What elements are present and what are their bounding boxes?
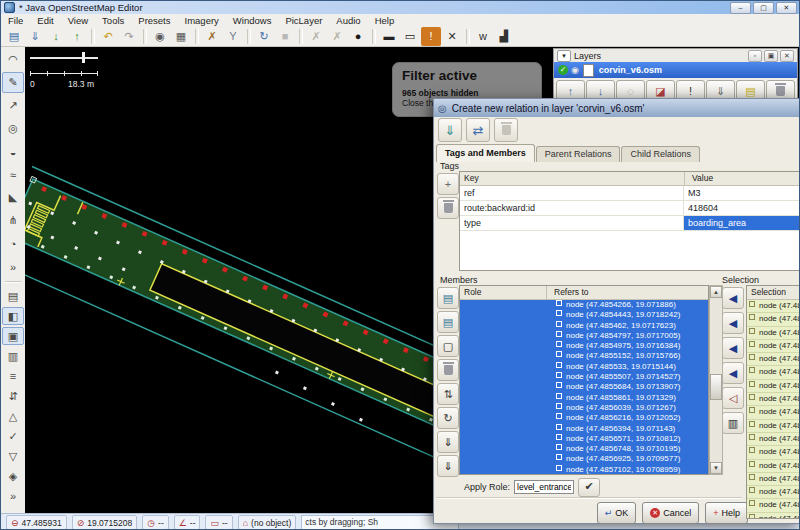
menu-piclayer[interactable]: PicLayer [278,14,329,27]
layers-toggle-button[interactable]: ▤ [2,287,24,305]
zoom-tool-button[interactable]: ◎ [2,118,24,139]
cancel-button[interactable]: ✕Cancel [642,502,699,524]
refresh-button[interactable]: ↻ [254,27,274,46]
delete-relation-button[interactable] [494,118,518,142]
vehicle-car-button[interactable]: ▬ [379,27,399,46]
rotate-scale-tool-button[interactable]: ◔ [2,233,24,254]
tab-tags-and-members[interactable]: Tags and Members [436,144,535,162]
replace-members-with-selection-button[interactable]: ◀ [722,287,744,309]
draw-tool-button[interactable]: ✎ [2,72,24,93]
members-scrollbar[interactable]: ▲ ▼ [709,285,723,475]
selection-row[interactable]: node (47.48 [747,366,800,379]
open-button[interactable]: ▤ [4,27,24,46]
member-row[interactable]: node (47.4854975, 19.0716384) [460,341,708,351]
close-tool-button[interactable]: ✕ [442,27,462,46]
menu-presets[interactable]: Presets [131,14,177,27]
members-refersto-header[interactable]: Refers to [550,286,589,299]
undo-button[interactable]: ↶ [98,27,118,46]
zoom-to-selection-button[interactable]: ◉ [150,27,170,46]
member-row[interactable]: node (47.4856039, 19.071267) [460,403,708,413]
layer-active-check-icon[interactable]: ✓ [558,65,568,75]
member-row[interactable]: node (47.4856748, 19.0710195) [460,444,708,454]
menu-view[interactable]: View [61,14,95,27]
add-selection-at-start-button[interactable]: ◀ [722,312,744,334]
selection-row[interactable]: node (47.48 [747,433,800,446]
tag-value[interactable]: M3 [684,186,799,200]
map-style-tool-button[interactable]: ✗ [202,27,222,46]
member-row[interactable]: node (47.485533, 19.0715144) [460,362,708,372]
menu-help[interactable]: Help [368,14,402,27]
save-button[interactable]: ⇓ [25,27,45,46]
tags-toggle-button[interactable]: ◧ [2,307,24,325]
role-input[interactable] [514,480,574,494]
minimize-window-icon[interactable]: – [730,2,751,14]
member-row[interactable]: node (47.4854797, 19.0717005) [460,331,708,341]
conflicts-toggle-button[interactable]: ⇵ [2,387,24,405]
selection-header-label[interactable]: Selection [747,286,786,299]
apply-changes-button[interactable]: ⇄ [466,118,490,142]
warning-log-button[interactable]: ! [421,27,441,46]
member-row[interactable]: node (47.485462, 19.0717623) [460,321,708,331]
apply-role-button[interactable]: ✔ [578,478,600,497]
unglue-tool-button[interactable]: ⋔ [2,210,24,231]
tag-key[interactable]: route:backward:id [460,201,684,215]
selection-row[interactable]: node (47.48 [747,327,800,340]
layer-visibility-eye-icon[interactable]: ◉ [571,65,579,75]
scroll-up-icon[interactable]: ▲ [710,286,722,298]
add-selection-below-button[interactable]: ◀ [722,362,744,384]
download-incomplete-button[interactable]: ⇓ [437,431,459,453]
tab-parent-relations[interactable]: Parent Relations [536,146,621,162]
member-row[interactable]: node (47.4856394, 19.071143) [460,424,708,434]
add-selection-above-button[interactable]: ◀ [722,337,744,359]
redo-button[interactable]: ↷ [119,27,139,46]
tag-row-type[interactable]: typeboarding_area [460,216,799,231]
tag-row-route:backward:id[interactable]: route:backward:id418604 [460,201,799,216]
presets-tool-button[interactable]: Y [223,27,243,46]
commands-toggle-button[interactable]: ≡ [2,367,24,385]
chart-button[interactable]: ▟ [494,27,514,46]
selection-row[interactable]: node (47.48 [747,393,800,406]
member-row[interactable]: node (47.4857102, 19.0708959) [460,465,708,475]
more-toggles-button[interactable]: » [2,487,24,505]
draw-way-tool-button[interactable]: ↗ [2,95,24,116]
selection-row[interactable]: node (47.48 [747,446,800,459]
member-row[interactable]: node (47.4854266, 19.071886) [460,300,708,310]
upload-data-button[interactable]: ↑ [67,27,87,46]
member-row[interactable]: node (47.4855684, 19.0713907) [460,382,708,392]
selection-row[interactable]: node (47.48 [747,513,800,519]
member-row[interactable]: node (47.4856216, 19.0712052) [460,413,708,423]
layers-collapse-button[interactable]: ▾ [557,50,571,62]
selection-row[interactable]: node (47.48 [747,340,800,353]
menu-audio[interactable]: Audio [329,14,367,27]
pan-button[interactable]: ● [348,27,368,46]
close-window-icon[interactable]: ✕ [776,2,797,14]
disabled-tool-1-button[interactable]: ✗ [306,27,326,46]
member-row[interactable]: node (47.4854443, 19.0718242) [460,310,708,320]
member-row[interactable]: node (47.4855152, 19.0715766) [460,351,708,361]
copy-selection-end-button[interactable]: ▤ [437,311,459,333]
scrollbar-thumb[interactable] [710,374,722,400]
delete-member-button[interactable] [437,359,459,381]
apply-and-close-button[interactable]: ⇓ [438,118,462,142]
tag-value[interactable]: 418604 [684,201,799,215]
member-row[interactable]: node (47.4856925, 19.0709577) [460,454,708,464]
layers-close-icon[interactable]: ✕ [780,50,794,62]
menu-tools[interactable]: Tools [95,14,131,27]
layer-row-corvin[interactable]: ✓ ◉ corvin_v6.osm [554,62,797,78]
remove-members-button[interactable]: ▥ [722,412,744,434]
selection-row[interactable]: node (47.48 [747,406,800,419]
member-row[interactable]: node (47.4855861, 19.071329) [460,393,708,403]
member-row[interactable]: node (47.4855507, 19.0714527) [460,372,708,382]
copy-selection-start-button[interactable]: ▤ [437,287,459,309]
selection-row[interactable]: node (47.48 [747,380,800,393]
sort-members-button[interactable]: ⇅ [437,383,459,405]
layers-detach-icon[interactable]: ▣ [764,50,778,62]
tag-row-ref[interactable]: refM3 [460,186,799,201]
selection-row[interactable]: node (47.48 [747,486,800,499]
delete-tag-button[interactable] [437,197,459,219]
improve-accuracy-tool-button[interactable]: ≈ [2,164,24,185]
measure-toggle-button[interactable]: ◈ [2,467,24,485]
tags-value-header[interactable]: Value [688,172,713,185]
extrude-tool-button[interactable]: ◣ [2,187,24,208]
add-tag-button[interactable]: + [437,173,459,195]
